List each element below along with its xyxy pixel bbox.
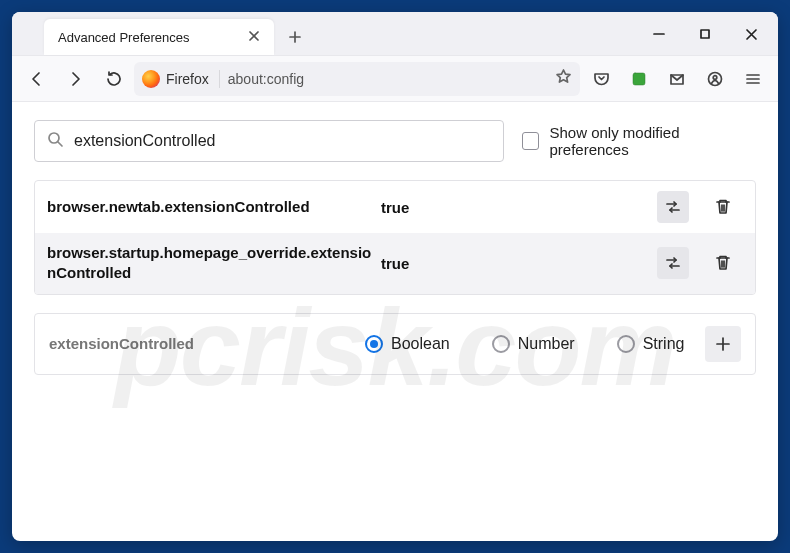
address-bar[interactable]: Firefox about:config bbox=[134, 62, 580, 96]
extension-icon[interactable] bbox=[622, 62, 656, 96]
maximize-button[interactable] bbox=[682, 18, 728, 50]
back-button[interactable] bbox=[20, 62, 54, 96]
pref-value: true bbox=[375, 199, 657, 216]
new-pref-name: extensionControlled bbox=[49, 335, 345, 352]
pref-row[interactable]: browser.startup.homepage_override.extens… bbox=[35, 233, 755, 294]
tab-advanced-preferences[interactable]: Advanced Preferences bbox=[44, 19, 274, 55]
minimize-button[interactable] bbox=[636, 18, 682, 50]
show-modified-label: Show only modified preferences bbox=[549, 124, 756, 158]
pref-name: browser.newtab.extensionControlled bbox=[47, 197, 375, 217]
close-window-button[interactable] bbox=[728, 18, 774, 50]
nav-toolbar: Firefox about:config bbox=[12, 56, 778, 102]
search-icon bbox=[47, 131, 64, 152]
radio-boolean[interactable]: Boolean bbox=[365, 335, 450, 353]
pref-row[interactable]: browser.newtab.extensionControlled true bbox=[35, 181, 755, 233]
show-modified-only[interactable]: Show only modified preferences bbox=[522, 124, 756, 158]
browser-window: Advanced Preferences bbox=[12, 12, 778, 541]
bookmark-star-icon[interactable] bbox=[555, 68, 572, 89]
radio-number[interactable]: Number bbox=[492, 335, 575, 353]
menu-button[interactable] bbox=[736, 62, 770, 96]
radio-label: Boolean bbox=[391, 335, 450, 353]
url-text: about:config bbox=[228, 71, 547, 87]
window-controls bbox=[636, 12, 774, 56]
search-row: Show only modified preferences bbox=[34, 120, 756, 162]
forward-button[interactable] bbox=[58, 62, 92, 96]
pref-value: true bbox=[375, 255, 657, 272]
svg-point-3 bbox=[713, 75, 717, 79]
tab-title: Advanced Preferences bbox=[58, 30, 190, 45]
inbox-icon[interactable] bbox=[660, 62, 694, 96]
pref-name: browser.startup.homepage_override.extens… bbox=[47, 243, 375, 284]
toggle-button[interactable] bbox=[657, 191, 689, 223]
radio-label: Number bbox=[518, 335, 575, 353]
pref-search-input[interactable] bbox=[74, 132, 491, 150]
new-pref-row: extensionControlled Boolean Number Strin… bbox=[34, 313, 756, 375]
pref-search-box[interactable] bbox=[34, 120, 504, 162]
type-radio-group: Boolean Number String bbox=[365, 335, 685, 353]
account-icon[interactable] bbox=[698, 62, 732, 96]
toggle-button[interactable] bbox=[657, 247, 689, 279]
new-tab-button[interactable] bbox=[280, 22, 310, 52]
aboutconfig-content: Show only modified preferences browser.n… bbox=[12, 102, 778, 541]
identity-box[interactable]: Firefox bbox=[142, 70, 220, 88]
pref-row-actions bbox=[657, 191, 743, 223]
radio-icon bbox=[365, 335, 383, 353]
radio-icon bbox=[492, 335, 510, 353]
pocket-icon[interactable] bbox=[584, 62, 618, 96]
reload-button[interactable] bbox=[96, 62, 130, 96]
radio-label: String bbox=[643, 335, 685, 353]
svg-rect-1 bbox=[633, 73, 645, 85]
radio-string[interactable]: String bbox=[617, 335, 685, 353]
titlebar: Advanced Preferences bbox=[12, 12, 778, 56]
firefox-logo-icon bbox=[142, 70, 160, 88]
pref-row-actions bbox=[657, 247, 743, 279]
delete-button[interactable] bbox=[707, 247, 739, 279]
close-tab-button[interactable] bbox=[244, 28, 264, 47]
identity-label: Firefox bbox=[166, 71, 209, 87]
checkbox-icon[interactable] bbox=[522, 132, 539, 150]
delete-button[interactable] bbox=[707, 191, 739, 223]
pref-list: browser.newtab.extensionControlled true … bbox=[34, 180, 756, 295]
add-pref-button[interactable] bbox=[705, 326, 741, 362]
svg-rect-0 bbox=[701, 30, 709, 38]
radio-icon bbox=[617, 335, 635, 353]
